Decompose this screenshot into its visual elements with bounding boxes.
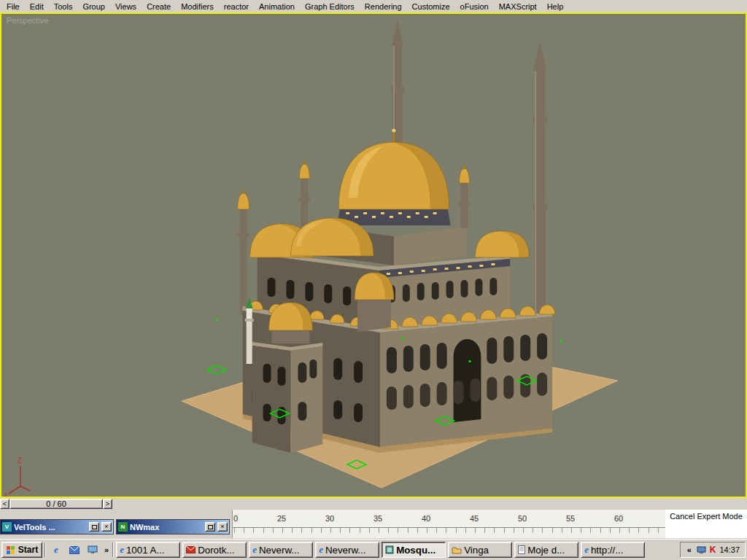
nwmax-icon: N — [118, 522, 128, 532]
tick-label: 40 — [422, 514, 430, 523]
menu-tools[interactable]: Tools — [49, 1, 78, 12]
antivirus-tray-icon[interactable]: K — [710, 545, 716, 555]
tick-label: 45 — [470, 514, 479, 523]
perspective-viewport[interactable]: Z x Perspective — [0, 12, 747, 498]
veltools-icon: V — [2, 522, 12, 532]
taskbar-task-moje-dokumenty[interactable]: Moje d... — [514, 542, 578, 558]
clock: 14:37 — [719, 545, 740, 554]
folder-icon — [452, 546, 462, 554]
axis-tripod — [9, 466, 31, 494]
menu-views[interactable]: Views — [110, 1, 142, 12]
windows-logo-icon — [6, 545, 16, 555]
viewport-label[interactable]: Perspective — [7, 16, 48, 25]
menu-rendering[interactable]: Rendering — [360, 1, 407, 12]
float-button[interactable] — [89, 522, 99, 532]
display-tray-icon[interactable] — [697, 546, 706, 554]
floating-toolbar-veltools[interactable]: V VelTools ... × — [0, 519, 114, 534]
expert-mode-panel: Cancel Expert Mode — [665, 510, 747, 538]
taskbar-task-neverwinter-1[interactable]: e Neverw... — [249, 542, 313, 558]
menu-modifiers[interactable]: Modifiers — [176, 1, 219, 12]
menu-ofusion[interactable]: oFusion — [455, 1, 494, 12]
menu-maxscript[interactable]: MAXScript — [494, 1, 542, 12]
tray-overflow-icon[interactable]: « — [686, 545, 693, 554]
menu-graph-editors[interactable]: Graph Editors — [300, 1, 360, 12]
outlook-icon[interactable] — [66, 542, 82, 557]
internet-explorer-icon: e — [319, 544, 323, 556]
tick-label: 0 — [233, 514, 238, 523]
time-slider-thumb[interactable]: 0 / 60 — [9, 499, 103, 509]
mail-icon — [186, 546, 196, 553]
minaret-right — [533, 42, 547, 319]
menu-animation[interactable]: Animation — [254, 1, 300, 12]
taskbar-task-dorotka[interactable]: Dorotk... — [182, 542, 247, 558]
taskbar-task-mosque[interactable]: Mosqu... — [382, 542, 446, 558]
floating-toolbar-nwmax[interactable]: N NWmax × — [116, 519, 230, 534]
menu-help[interactable]: Help — [542, 1, 569, 12]
menubar: File Edit Tools Group Views Create Modif… — [0, 0, 747, 12]
toolbar-title[interactable]: NWmax — [130, 523, 203, 532]
start-label: Start — [18, 545, 38, 555]
tick-label: 50 — [518, 514, 527, 523]
quicklaunch-overflow-icon[interactable]: » — [103, 545, 110, 554]
document-icon — [518, 545, 525, 554]
menu-reactor[interactable]: reactor — [219, 1, 254, 12]
previous-frame-button[interactable]: < — [0, 499, 9, 509]
max-file-icon — [385, 545, 394, 554]
tick-label: 30 — [325, 514, 334, 523]
timeline-ticks — [234, 528, 665, 533]
start-button[interactable]: Start — [1, 542, 42, 558]
tick-label: 25 — [277, 514, 286, 523]
taskbar-task-http[interactable]: e http://... — [581, 542, 645, 558]
show-desktop-icon[interactable] — [85, 542, 101, 557]
cancel-expert-mode-button[interactable]: Cancel Expert Mode — [665, 510, 747, 521]
float-button[interactable] — [205, 522, 215, 532]
internet-explorer-icon: e — [252, 544, 257, 556]
taskbar-task-neverwinter-2[interactable]: e Neverw... — [315, 542, 379, 558]
menu-customize[interactable]: Customize — [407, 1, 455, 12]
internet-explorer-icon: e — [120, 544, 124, 556]
system-tray: « K 14:37 — [680, 542, 746, 558]
next-frame-button[interactable]: > — [103, 499, 112, 509]
internet-explorer-icon[interactable]: e — [48, 542, 64, 557]
menu-group[interactable]: Group — [77, 1, 110, 12]
toolbar-title[interactable]: VelTools ... — [14, 523, 87, 532]
internet-explorer-icon: e — [584, 544, 589, 556]
tick-label: 60 — [614, 514, 623, 523]
taskbar-task-1001[interactable]: e 1001 A... — [116, 542, 180, 558]
corner-turret — [237, 187, 250, 315]
tick-label: 55 — [566, 514, 575, 523]
track-bar-row: 0 25 30 35 40 45 50 55 60 V VelTools ...… — [0, 510, 747, 539]
time-slider-row: < 0 / 60 > — [0, 498, 747, 510]
divider — [44, 542, 46, 557]
mosque-model — [182, 20, 618, 488]
menu-file[interactable]: File — [1, 1, 25, 12]
menu-edit[interactable]: Edit — [25, 1, 49, 12]
axis-x-label: x — [4, 491, 8, 497]
axis-z-label: Z — [18, 456, 22, 464]
track-bar-timeline[interactable]: 0 25 30 35 40 45 50 55 60 — [232, 510, 665, 538]
taskbar: Start e » e 1001 A... Dorotk... e Neverw… — [0, 539, 747, 560]
tick-label: 35 — [374, 514, 382, 523]
viewport-canvas[interactable]: Z x — [1, 14, 746, 497]
divider — [112, 542, 114, 557]
close-icon[interactable]: × — [101, 522, 112, 532]
menu-create[interactable]: Create — [142, 1, 176, 12]
taskbar-task-vinga[interactable]: Vinga — [448, 542, 512, 558]
close-icon[interactable]: × — [217, 522, 228, 532]
